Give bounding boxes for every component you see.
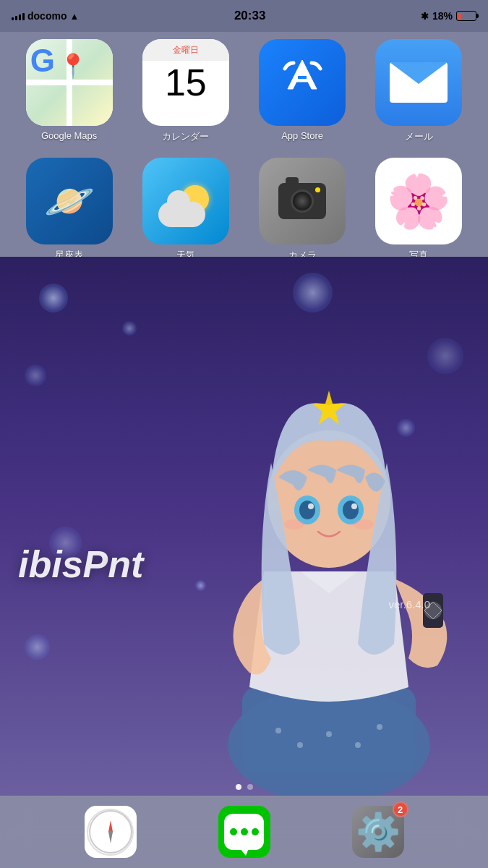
app-camera[interactable]: カメラ xyxy=(248,158,357,262)
gear-icon: ⚙️ xyxy=(356,811,401,853)
clock: 20:33 xyxy=(234,9,265,23)
safari-ring xyxy=(89,810,132,854)
calendar-day: 金曜日 xyxy=(142,39,229,61)
line-dots xyxy=(224,814,264,850)
svg-point-7 xyxy=(377,724,382,730)
safari-icon[interactable] xyxy=(85,806,137,858)
dock: 2 ⚙️ xyxy=(0,796,488,868)
appstore-icon[interactable] xyxy=(259,39,346,126)
svg-point-4 xyxy=(297,742,303,748)
battery-body xyxy=(456,11,476,21)
svg-point-15 xyxy=(308,503,314,509)
photos-icon[interactable]: 🌸 xyxy=(375,158,462,244)
page-dots xyxy=(0,784,488,790)
carrier-label: docomo xyxy=(27,10,67,22)
character-svg xyxy=(184,318,488,796)
camera-body xyxy=(278,183,326,219)
settings-badge: 2 xyxy=(393,801,408,817)
camera-icon[interactable] xyxy=(259,158,346,244)
maps-inner: G 📍 xyxy=(26,39,113,126)
appstore-a-symbol xyxy=(279,54,326,111)
camera-bump xyxy=(286,177,299,186)
mail-label: メール xyxy=(405,130,433,143)
saturn-symbol: 🪐 xyxy=(44,177,95,225)
signal-bars xyxy=(12,12,25,20)
app-calendar[interactable]: 金曜日 15 カレンダー xyxy=(131,39,240,143)
ibis-version-container: ver.6.4.0 xyxy=(388,598,430,611)
dock-settings[interactable]: 2 ⚙️ xyxy=(352,806,404,858)
safari-compass xyxy=(87,809,134,856)
battery-fill xyxy=(458,13,461,20)
dock-line[interactable] xyxy=(218,806,270,858)
line-dot-2 xyxy=(241,828,248,835)
weather-icon[interactable] xyxy=(142,158,229,244)
svg-point-18 xyxy=(354,519,374,529)
line-icon[interactable] xyxy=(218,806,270,858)
bluetooth-icon: ✱ xyxy=(421,11,429,22)
page-dot-2 xyxy=(247,784,253,790)
app-weather[interactable]: 天気 xyxy=(131,158,240,262)
svg-point-14 xyxy=(343,501,359,519)
calendar-icon[interactable]: 金曜日 15 xyxy=(142,39,229,126)
camera-lens xyxy=(291,190,314,213)
mail-icon[interactable] xyxy=(375,39,462,126)
svg-point-3 xyxy=(275,728,281,733)
ibis-text-container: ibisPnt xyxy=(18,542,143,586)
manga-character xyxy=(184,318,488,796)
app-google-maps[interactable]: G 📍 Google Maps xyxy=(14,39,124,143)
photos-flower-symbol: 🌸 xyxy=(386,171,451,232)
app-grid: G 📍 Google Maps 金曜日 15 カレンダー App Store xyxy=(0,32,488,269)
svg-point-16 xyxy=(351,503,357,509)
svg-point-6 xyxy=(355,742,361,748)
app-saturn[interactable]: 🪐 星座表 xyxy=(14,158,124,262)
wifi-icon: ▲ xyxy=(69,11,79,22)
maps-g-letter: G xyxy=(30,43,55,79)
status-right: ✱ 18% xyxy=(421,10,476,22)
google-maps-label: Google Maps xyxy=(41,130,97,141)
svg-point-17 xyxy=(284,519,304,529)
app-photos[interactable]: 🌸 写真 xyxy=(364,158,474,262)
calendar-date: 15 xyxy=(165,64,207,101)
appstore-label: App Store xyxy=(281,130,323,141)
status-bar: docomo ▲ 20:33 ✱ 18% xyxy=(0,0,488,32)
status-left: docomo ▲ xyxy=(12,10,79,22)
svg-point-13 xyxy=(299,501,315,519)
ibis-app-name: ibisP xyxy=(18,543,108,585)
mail-envelope xyxy=(390,62,448,103)
dock-safari[interactable] xyxy=(85,806,137,858)
weather-inner xyxy=(162,189,209,214)
wallpaper: ibisPnt ver.6.4.0 xyxy=(0,257,488,796)
battery-indicator xyxy=(456,11,476,21)
maps-pin: 📍 xyxy=(59,52,87,80)
google-maps-icon[interactable]: G 📍 xyxy=(26,39,113,126)
page-dot-1 xyxy=(236,784,241,790)
line-bubble xyxy=(224,814,264,850)
cloud-main xyxy=(158,202,205,227)
line-dot-1 xyxy=(230,828,237,835)
svg-point-5 xyxy=(326,731,332,737)
battery-percent: 18% xyxy=(432,10,453,22)
ibis-version: ver.6.4.0 xyxy=(388,598,430,610)
calendar-label: カレンダー xyxy=(162,130,209,143)
app-mail[interactable]: メール xyxy=(364,39,474,143)
camera-dot xyxy=(315,187,320,192)
app-appstore[interactable]: App Store xyxy=(248,39,357,143)
ibis-app-name-suffix: nt xyxy=(108,543,143,585)
line-dot-3 xyxy=(252,828,259,835)
saturn-icon[interactable]: 🪐 xyxy=(26,158,113,244)
